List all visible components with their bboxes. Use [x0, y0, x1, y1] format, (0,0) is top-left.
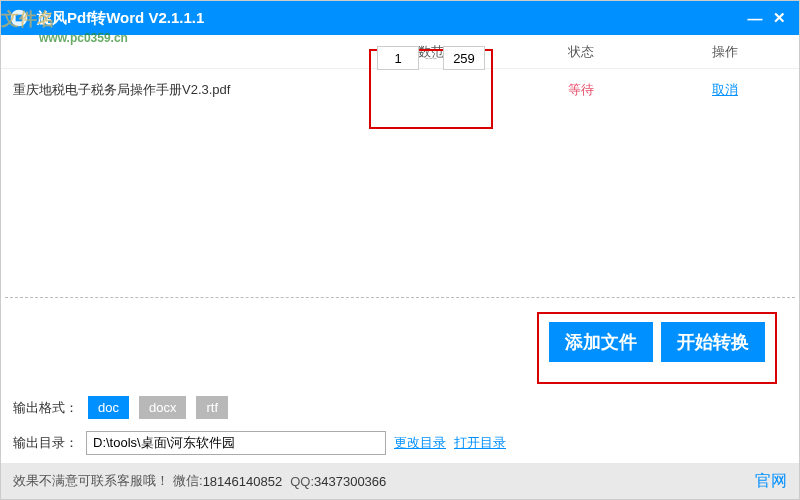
page-to-input[interactable]: [443, 46, 485, 70]
action-highlight-box: 添加文件 开始转换: [537, 312, 777, 384]
range-highlight-box: ---: [369, 49, 493, 129]
titlebar: 旋风Pdf转Word V2.1.1.1 — ✕ 文件名 www.pc0359.c…: [1, 1, 799, 35]
output-dir-row: 输出目录： 更改目录 打开目录: [13, 431, 787, 455]
official-site-link[interactable]: 官网: [755, 471, 787, 492]
cancel-link[interactable]: 取消: [712, 82, 738, 97]
footer-wechat: 18146140852: [203, 474, 283, 489]
add-file-button[interactable]: 添加文件: [549, 322, 653, 362]
header-status: 状态: [511, 43, 651, 61]
minimize-button[interactable]: —: [743, 10, 767, 27]
footer-text: 效果不满意可联系客服哦！: [13, 472, 169, 490]
bottom-panel: 添加文件 开始转换 输出格式： doc docx rtf 输出目录： 更改目录 …: [1, 298, 799, 463]
start-convert-button[interactable]: 开始转换: [661, 322, 765, 362]
list-spacer: [1, 111, 799, 297]
format-docx-button[interactable]: docx: [139, 396, 186, 419]
page-from-input[interactable]: [377, 46, 419, 70]
row-status: 等待: [511, 81, 651, 99]
change-dir-link[interactable]: 更改目录: [394, 434, 446, 452]
format-doc-button[interactable]: doc: [88, 396, 129, 419]
footer-wechat-label: 微信:: [173, 472, 203, 490]
output-dir-label: 输出目录：: [13, 434, 78, 452]
format-rtf-button[interactable]: rtf: [196, 396, 228, 419]
footer-bar: 效果不满意可联系客服哦！ 微信: 18146140852 QQ: 3437300…: [1, 463, 799, 499]
footer-qq: 3437300366: [314, 474, 386, 489]
format-label: 输出格式：: [13, 399, 78, 417]
row-filename: 重庆地税电子税务局操作手册V2.3.pdf: [1, 81, 351, 99]
output-dir-input[interactable]: [86, 431, 386, 455]
header-op: 操作: [651, 43, 799, 61]
close-button[interactable]: ✕: [767, 9, 791, 27]
footer-qq-label: QQ:: [290, 474, 314, 489]
table-row: 重庆地税电子税务局操作手册V2.3.pdf --- 等待 取消: [1, 69, 799, 111]
format-row: 输出格式： doc docx rtf: [13, 396, 787, 419]
app-title: 旋风Pdf转Word V2.1.1.1: [37, 9, 743, 28]
open-dir-link[interactable]: 打开目录: [454, 434, 506, 452]
app-logo-icon: [9, 8, 29, 28]
range-dash: ---: [425, 51, 437, 65]
row-range: ---: [351, 51, 511, 130]
